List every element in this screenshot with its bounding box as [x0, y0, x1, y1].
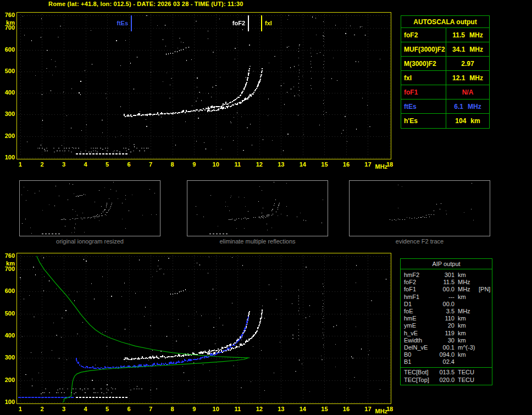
y-tick-label: 300	[1, 110, 15, 118]
aip-row-value: 3.5	[434, 308, 455, 315]
aip-row-unit: km	[455, 351, 479, 358]
aip-row-extra	[479, 272, 492, 279]
aip-row-label: TEC[Bot]	[404, 369, 434, 376]
thumbnail-no-multiples-canvas	[187, 181, 328, 236]
thumbnail-original-canvas	[20, 181, 160, 236]
aip-row-B0: B0094.0km	[401, 351, 492, 358]
autoscala-value-number: 11.5	[452, 31, 465, 39]
aip-row-label: TEC[Top]	[404, 377, 434, 384]
aip-row-unit: km	[455, 337, 479, 344]
thumbnail-original-ionogram	[19, 180, 160, 236]
autoscala-row-label: h'Es	[401, 114, 446, 128]
aip-row-value: 30	[434, 337, 455, 344]
aip-row-label: DelN_vE	[404, 344, 434, 351]
x-tick-label: 13	[275, 161, 286, 168]
aip-row-hmE: hmE110km	[401, 315, 492, 322]
autoscala-value-unit: MHz	[469, 31, 483, 39]
y-tick-label: 500	[1, 310, 15, 317]
x-tick-label: 9	[189, 161, 199, 168]
autoscala-value-unit: MHz	[469, 46, 483, 53]
x-tick-label: 17	[362, 161, 373, 168]
autoscala-row-foF1: foF1N/A	[401, 85, 489, 99]
aip-row-value: 00.0	[434, 301, 455, 308]
aip-row-value: 119	[434, 330, 455, 337]
aip-row-extra	[479, 330, 492, 337]
aip-row-unit: km	[455, 272, 479, 279]
aip-row-B1: B102.4	[401, 358, 492, 366]
y-tick-label: 500	[1, 68, 15, 75]
x-tick-label: 11	[232, 161, 243, 168]
aip-row-extra	[479, 337, 492, 344]
autoscala-row-label: MUF(3000)F2	[401, 42, 446, 56]
thumbnail-f2-evidence	[349, 180, 490, 236]
ionogram-plot-top	[16, 12, 391, 159]
aip-row-extra	[479, 377, 492, 384]
aip-row-value: 00.1	[434, 344, 455, 351]
autoscala-row-value: 12.1MHz	[446, 71, 489, 85]
x-tick-label: 15	[319, 161, 330, 168]
autoscala-row-value: 2.97	[446, 57, 489, 70]
x-tick-label: 7	[145, 161, 156, 168]
aip-row-unit: MHz	[455, 279, 479, 286]
aip-row-DelN_vE: DelN_vE00.1m^(-3)	[401, 344, 492, 351]
x-tick-label: 1	[15, 161, 26, 168]
x-tick-label: 12	[254, 161, 265, 168]
aip-separator	[401, 367, 492, 368]
x-tick-label: 11	[232, 406, 243, 413]
station-header: Rome (lat: +41.8, lon: 012.5) - DATE: 20…	[48, 1, 243, 7]
y-tick-label: 600	[1, 46, 15, 53]
x-axis-unit-label: MHz	[375, 408, 387, 415]
x-tick-label: 7	[145, 406, 156, 413]
autoscala-row-value: N/A	[446, 85, 489, 99]
y-tick-label: 300	[1, 354, 15, 361]
x-tick-label: 14	[297, 161, 308, 168]
aip-table-rows: hmF2301kmfoF211.5MHzfoF100.0MHz[PN]hmF1-…	[401, 269, 492, 366]
aip-row-extra	[479, 322, 492, 329]
autoscala-value-unit: MHz	[468, 103, 481, 110]
aip-row-label: ymE	[404, 322, 434, 329]
aip-row-label: hmF1	[404, 294, 434, 301]
aip-row-TEC[Bot]: TEC[Bot]013.5TECU	[401, 369, 492, 376]
autoscala-row-fxI: fxI12.1MHz	[401, 71, 489, 85]
x-tick-label: 13	[275, 406, 286, 413]
aip-row-extra	[479, 351, 492, 358]
x-tick-label: 5	[102, 406, 113, 413]
aip-row-extra	[479, 308, 492, 315]
aip-row-label: h_vE	[404, 330, 434, 337]
aip-row-label: foE	[404, 308, 434, 315]
aip-row-value: 02.4	[434, 358, 455, 366]
aip-table-title: AIP output	[401, 259, 492, 269]
autoscala-row-foF2: foF211.5MHz	[401, 28, 489, 42]
aip-row-extra	[479, 301, 492, 308]
aip-row-extra	[479, 344, 492, 351]
aip-row-label: B0	[404, 351, 434, 358]
aip-row-extra	[479, 358, 492, 366]
aip-row-unit: km	[455, 322, 479, 329]
x-tick-label: 2	[36, 406, 47, 413]
aip-row-extra	[479, 315, 492, 322]
thumbnail-caption-original: original ionogram resized	[19, 238, 160, 245]
x-tick-label: 6	[124, 161, 135, 168]
autoscala-row-label: ftEs	[401, 99, 446, 113]
x-tick-label: 10	[210, 161, 221, 168]
autoscala-table-title: AUTOSCALA output	[401, 16, 489, 28]
aip-row-foE: foE3.5MHz	[401, 308, 492, 315]
aip-row-extra	[479, 369, 492, 376]
aip-row-value: 110	[434, 315, 455, 322]
x-tick-label: 14	[297, 406, 308, 413]
aip-row-label: D1	[404, 301, 434, 308]
aip-row-value: ---	[434, 294, 455, 301]
x-tick-label: 17	[362, 406, 373, 413]
aip-row-unit: TECU	[455, 369, 479, 376]
x-tick-label: 5	[102, 161, 113, 168]
x-tick-label: 2	[36, 161, 47, 168]
aip-row-Ewidth: Ewidth30km	[401, 337, 492, 344]
autoscala-table-rows: foF211.5MHzMUF(3000)F234.1MHzM(3000)F22.…	[401, 28, 489, 128]
autoscala-value-number: 6.1	[454, 103, 463, 110]
y-axis-unit-label: km	[1, 260, 15, 267]
autoscala-row-M(3000)F2: M(3000)F22.97	[401, 57, 489, 71]
aip-row-label: foF2	[404, 279, 434, 286]
x-tick-label: 6	[124, 406, 135, 413]
aip-row-value: 301	[434, 272, 455, 279]
autoscala-value-unit: km	[470, 117, 480, 125]
